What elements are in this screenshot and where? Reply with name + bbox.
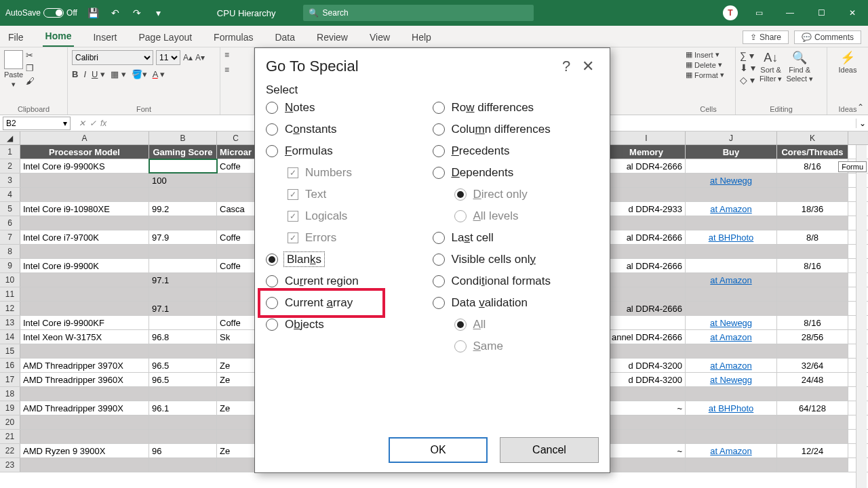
cell[interactable] xyxy=(149,430,217,443)
find-select-button[interactable]: 🔍Find &Select ▾ xyxy=(786,50,813,85)
cell[interactable] xyxy=(686,387,777,401)
delete-cells-button[interactable]: ▦ Delete ▾ xyxy=(686,60,722,69)
cell[interactable] xyxy=(686,302,777,315)
cell[interactable]: AMD Threadripper 3990X xyxy=(20,401,149,415)
radio-notes[interactable]: Notes xyxy=(266,101,433,115)
dialog-help-icon[interactable]: ? xyxy=(555,58,577,75)
cell[interactable]: Intel Core i9-9900KF xyxy=(20,316,149,329)
radio-visible[interactable]: Visible cells only xyxy=(433,253,599,266)
cut-icon[interactable]: ✂ xyxy=(26,50,35,60)
cell[interactable]: ~ xyxy=(608,444,686,458)
cell[interactable] xyxy=(20,216,149,230)
cell[interactable] xyxy=(20,344,149,358)
cell[interactable]: Casca xyxy=(217,202,255,216)
insert-cells-button[interactable]: ▦ Insert ▾ xyxy=(686,50,719,59)
comments-button[interactable]: 💬Comments xyxy=(794,30,861,44)
qat-customize-icon[interactable]: ▾ xyxy=(151,5,167,21)
cell[interactable]: d DDR4-3200 xyxy=(608,359,686,372)
cell[interactable]: 8/16 xyxy=(777,259,848,272)
cell[interactable] xyxy=(686,245,777,258)
cell[interactable]: at Amazon xyxy=(686,202,777,216)
tab-data[interactable]: Data xyxy=(272,28,298,47)
cell[interactable]: 18/36 xyxy=(777,202,848,216)
italic-button[interactable]: I xyxy=(83,69,86,79)
radio-col-diff[interactable]: Column differences xyxy=(433,123,599,136)
cell[interactable] xyxy=(217,245,255,258)
radio-last-cell[interactable]: Last cell xyxy=(433,231,599,245)
cell[interactable] xyxy=(777,387,848,401)
maximize-icon[interactable]: ☐ xyxy=(806,0,837,26)
cell[interactable]: Microar xyxy=(217,145,255,159)
cell[interactable]: Gaming Score xyxy=(149,145,217,159)
align-top-icon[interactable]: ≡ xyxy=(224,50,229,60)
cell[interactable] xyxy=(608,245,686,258)
cell[interactable]: 97.1 xyxy=(149,302,217,315)
cell[interactable] xyxy=(608,273,686,287)
cell[interactable] xyxy=(686,159,777,173)
cell[interactable] xyxy=(149,188,217,201)
cell[interactable]: 24/48 xyxy=(777,373,848,386)
cell[interactable] xyxy=(217,458,255,472)
ok-button[interactable]: OK xyxy=(389,437,488,463)
cell[interactable] xyxy=(608,287,686,301)
cell[interactable] xyxy=(686,259,777,272)
cell[interactable]: al DDR4-2666 xyxy=(608,302,686,315)
fill-icon[interactable]: ⬇ ▾ xyxy=(740,62,755,73)
row-head[interactable]: 11 xyxy=(0,287,20,301)
cell[interactable] xyxy=(149,415,217,429)
cell[interactable] xyxy=(608,430,686,443)
cell[interactable]: al DDR4-2666 xyxy=(608,259,686,272)
cell[interactable]: 96.8 xyxy=(149,330,217,344)
cell[interactable]: Intel Core i9-9900KS xyxy=(20,159,149,173)
cell[interactable]: al DDR4-2666 xyxy=(608,230,686,244)
ideas-button[interactable]: ⚡Ideas xyxy=(831,50,864,74)
col-head-c[interactable]: C xyxy=(217,131,255,144)
cell[interactable] xyxy=(20,188,149,201)
cell[interactable]: Intel Core i9-9900K xyxy=(20,259,149,272)
radio-blanks[interactable]: Blanks xyxy=(266,253,433,266)
row-head[interactable]: 13 xyxy=(0,316,20,329)
cell[interactable] xyxy=(217,387,255,401)
row-head[interactable]: 2 xyxy=(0,159,20,173)
fx-icon[interactable]: fx xyxy=(100,119,106,128)
cell[interactable] xyxy=(217,174,255,187)
radio-data-val[interactable]: Data validation xyxy=(433,296,599,310)
autosum-icon[interactable]: ∑ ▾ xyxy=(740,50,754,61)
font-size-select[interactable]: 11 xyxy=(156,50,180,65)
minimize-icon[interactable]: ― xyxy=(774,0,806,26)
cell[interactable]: Coffe xyxy=(217,230,255,244)
cell[interactable] xyxy=(777,273,848,287)
cell[interactable] xyxy=(777,188,848,201)
col-head-b[interactable]: B xyxy=(149,131,217,144)
cell[interactable]: Ze xyxy=(217,373,255,386)
clear-icon[interactable]: ◇ ▾ xyxy=(740,75,755,85)
cell[interactable]: 32/64 xyxy=(777,359,848,372)
tab-review[interactable]: Review xyxy=(314,28,351,47)
cell[interactable] xyxy=(608,458,686,472)
tab-formulas[interactable]: Formulas xyxy=(211,28,256,47)
cell[interactable] xyxy=(777,344,848,358)
row-head[interactable]: 21 xyxy=(0,430,20,443)
cell[interactable]: Coffe xyxy=(217,316,255,329)
copy-icon[interactable]: ❐ xyxy=(26,63,35,73)
vertical-scrollbar[interactable] xyxy=(856,145,867,488)
cell[interactable] xyxy=(686,344,777,358)
cell[interactable]: 97.1 xyxy=(149,273,217,287)
cell[interactable] xyxy=(608,344,686,358)
cell[interactable] xyxy=(686,216,777,230)
row-head[interactable]: 4 xyxy=(0,188,20,201)
cell[interactable]: Intel Xeon W-3175X xyxy=(20,330,149,344)
radio-dependents[interactable]: Dependents xyxy=(433,166,599,180)
cell[interactable] xyxy=(777,245,848,258)
cell[interactable]: at Amazon xyxy=(686,444,777,458)
radio-current-region[interactable]: Current region xyxy=(266,274,433,288)
row-head[interactable]: 5 xyxy=(0,202,20,216)
cell[interactable]: 64/128 xyxy=(777,401,848,415)
row-head[interactable]: 19 xyxy=(0,401,20,415)
cell[interactable]: Intel Core i7-9700K xyxy=(20,230,149,244)
redo-icon[interactable]: ↷ xyxy=(129,5,145,21)
cell[interactable] xyxy=(686,188,777,201)
row-head[interactable]: 17 xyxy=(0,373,20,386)
expand-formula-bar-icon[interactable]: ⌄ xyxy=(856,119,868,128)
font-color-button[interactable]: A ▾ xyxy=(153,69,165,79)
